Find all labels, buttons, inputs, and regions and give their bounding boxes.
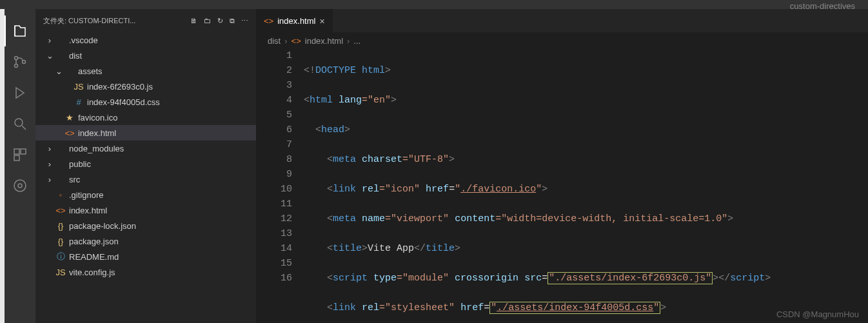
explorer-title: 文件夹: CUSTOM-DIRECTI... bbox=[43, 16, 190, 26]
file-icon: {} bbox=[55, 221, 66, 231]
svg-point-3 bbox=[15, 119, 23, 126]
tree-item-label: public bbox=[69, 159, 91, 169]
extensions-icon[interactable] bbox=[5, 139, 35, 170]
breadcrumb-segment[interactable]: dist bbox=[268, 36, 281, 46]
svg-point-8 bbox=[18, 184, 22, 188]
twisty-icon[interactable]: ⌄ bbox=[54, 66, 64, 76]
tab-label: index.html bbox=[277, 16, 315, 26]
tree-item-label: node_modules bbox=[69, 144, 124, 153]
code-editor[interactable]: 12345678910111213141516 <!DOCTYPE html> … bbox=[256, 48, 868, 323]
more-icon[interactable]: ⋯ bbox=[241, 17, 248, 25]
file-icon: ★ bbox=[64, 113, 75, 122]
explorer-sidebar: 文件夹: CUSTOM-DIRECTI... 🗎 🗀 ↻ ⧉ ⋯ ›.vscod… bbox=[35, 9, 256, 323]
breadcrumb-segment[interactable]: index.html bbox=[305, 36, 343, 46]
watermark: CSDN @MagnumHou bbox=[776, 309, 859, 319]
explorer-icon[interactable] bbox=[5, 15, 35, 46]
tree-item[interactable]: {}package-lock.json bbox=[35, 218, 256, 233]
line-numbers: 12345678910111213141516 bbox=[256, 48, 304, 323]
svg-point-7 bbox=[14, 180, 26, 191]
tree-item[interactable]: ⌄dist bbox=[35, 48, 256, 63]
file-icon: JS bbox=[55, 268, 66, 277]
html-icon: <> bbox=[264, 16, 273, 26]
html-icon: <> bbox=[291, 36, 301, 46]
tree-item[interactable]: ★favicon.ico bbox=[35, 110, 256, 125]
close-icon[interactable]: × bbox=[319, 16, 324, 26]
tree-item-label: index.html bbox=[78, 128, 116, 138]
run-icon[interactable] bbox=[5, 77, 35, 108]
svg-point-2 bbox=[23, 61, 26, 64]
gitlens-icon[interactable] bbox=[5, 170, 35, 201]
file-icon: ⓘ bbox=[55, 251, 66, 262]
svg-rect-5 bbox=[21, 149, 26, 154]
tree-item[interactable]: ⓘREADME.md bbox=[35, 249, 256, 264]
editor-area: <> index.html × dist › <> index.html › .… bbox=[256, 9, 868, 323]
tree-item-label: index.html bbox=[69, 206, 107, 215]
tab-index-html[interactable]: <> index.html × bbox=[256, 9, 333, 32]
tree-item-label: .gitignore bbox=[69, 190, 103, 200]
file-icon: # bbox=[73, 97, 84, 107]
breadcrumb[interactable]: dist › <> index.html › ... bbox=[256, 33, 868, 48]
refresh-icon[interactable]: ↻ bbox=[217, 17, 223, 25]
svg-point-0 bbox=[15, 57, 18, 60]
tree-item-label: src bbox=[69, 175, 80, 184]
file-tree: ›.vscode⌄dist⌄assetsJSindex-6f2693c0.js#… bbox=[35, 32, 256, 323]
tree-item-label: README.md bbox=[69, 252, 119, 262]
svg-rect-4 bbox=[14, 149, 19, 154]
file-icon: <> bbox=[55, 206, 66, 215]
tree-item-label: dist bbox=[69, 51, 82, 61]
chevron-right-icon: › bbox=[284, 36, 287, 46]
twisty-icon[interactable]: › bbox=[44, 159, 55, 169]
tree-item[interactable]: #index-94f4005d.css bbox=[35, 94, 256, 110]
file-icon: <> bbox=[64, 128, 75, 138]
tree-item[interactable]: ›node_modules bbox=[35, 141, 256, 156]
tree-item-label: vite.config.js bbox=[69, 268, 115, 277]
top-right-badge: custom-directives bbox=[790, 1, 855, 11]
twisty-icon[interactable]: › bbox=[44, 175, 55, 184]
new-file-icon[interactable]: 🗎 bbox=[190, 17, 197, 25]
tree-item[interactable]: {}package.json bbox=[35, 233, 256, 249]
twisty-icon[interactable]: ⌄ bbox=[44, 51, 55, 61]
svg-point-1 bbox=[15, 64, 18, 68]
tree-item-label: package-lock.json bbox=[69, 221, 136, 231]
tree-item[interactable]: JSindex-6f2693c0.js bbox=[35, 79, 256, 94]
editor-tabs: <> index.html × bbox=[256, 9, 868, 33]
collapse-icon[interactable]: ⧉ bbox=[230, 17, 235, 25]
tree-item[interactable]: ⌄assets bbox=[35, 63, 256, 79]
twisty-icon[interactable]: › bbox=[44, 35, 55, 45]
search-icon[interactable] bbox=[5, 108, 35, 139]
tree-item[interactable]: ›.vscode bbox=[35, 32, 256, 48]
menubar bbox=[0, 0, 868, 9]
tree-item[interactable]: <>index.html bbox=[35, 202, 256, 218]
file-icon: JS bbox=[73, 82, 84, 92]
code-body[interactable]: <!DOCTYPE html> <html lang="en"> <head> … bbox=[304, 48, 868, 323]
scm-icon[interactable] bbox=[5, 46, 35, 77]
breadcrumb-segment[interactable]: ... bbox=[353, 36, 360, 46]
tree-item-label: favicon.ico bbox=[78, 113, 117, 122]
tree-item-label: assets bbox=[78, 66, 103, 76]
new-folder-icon[interactable]: 🗀 bbox=[204, 17, 211, 25]
tree-item[interactable]: JSvite.config.js bbox=[35, 264, 256, 280]
tree-item[interactable]: <>index.html bbox=[35, 125, 256, 141]
file-icon: ◦ bbox=[55, 190, 66, 200]
tree-item[interactable]: ›public bbox=[35, 156, 256, 171]
svg-rect-6 bbox=[14, 155, 19, 161]
tree-item-label: index-94f4005d.css bbox=[87, 97, 160, 107]
tree-item[interactable]: ◦.gitignore bbox=[35, 187, 256, 202]
tree-item-label: index-6f2693c0.js bbox=[87, 82, 153, 92]
chevron-right-icon: › bbox=[347, 36, 350, 46]
tree-item-label: .vscode bbox=[69, 35, 98, 45]
highlighted-href: "./assets/index-94f4005d.css" bbox=[489, 302, 660, 314]
tree-item-label: package.json bbox=[69, 237, 119, 246]
activity-bar bbox=[0, 9, 35, 323]
highlighted-src: "./assets/index-6f2693c0.js" bbox=[547, 272, 713, 284]
twisty-icon[interactable]: › bbox=[44, 144, 55, 153]
file-icon: {} bbox=[55, 237, 66, 246]
tree-item[interactable]: ›src bbox=[35, 171, 256, 187]
